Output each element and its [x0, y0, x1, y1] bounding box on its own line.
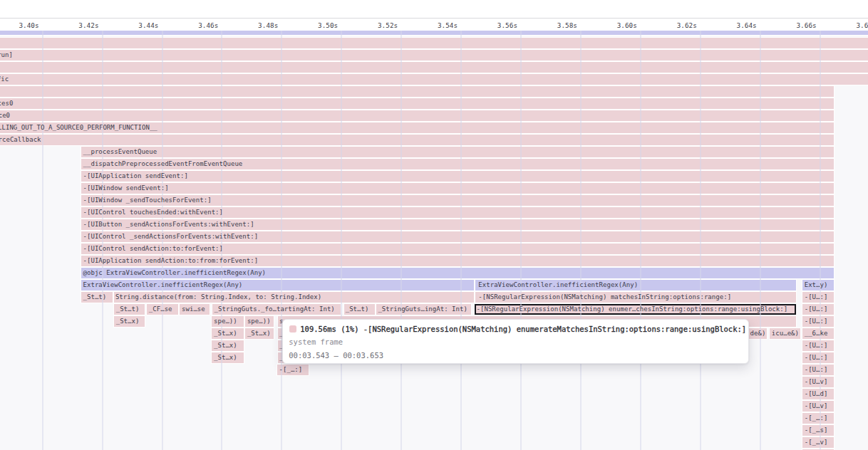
- tooltip-time-range: 00:03.543 — 00:03.653: [289, 351, 383, 360]
- flame-bar[interactable]: [0, 86, 834, 97]
- flame-row: _St…t)_CF…seswi…se_StringGuts._fo…tartin…: [0, 304, 868, 315]
- flame-bar-label: ces0: [0, 98, 13, 109]
- flame-row: -[U…v]: [0, 401, 868, 412]
- time-gridline: [281, 31, 282, 450]
- flame-row: ces0: [0, 98, 868, 109]
- flame-bar-label: __processEventQueue: [83, 147, 157, 157]
- flame-bar[interactable]: [0, 62, 868, 73]
- flame-row: _St…t)String.distance(from: String.Index…: [0, 292, 868, 303]
- ruler-tick-label: 3.44s: [138, 21, 158, 29]
- flame-bar-label: de&): [750, 328, 766, 339]
- flame-bar-label: -[U…v]: [805, 377, 828, 387]
- ruler-tick-label: 3.48s: [258, 21, 278, 29]
- flame-bar-label: _St…x): [214, 328, 237, 339]
- flame-row: -[_…:]-[U…:]: [0, 365, 868, 375]
- flame-bar-label: _St…t): [116, 304, 140, 315]
- flame-bar-label: swi…se: [182, 304, 205, 315]
- flame-bar-label: -[UIApplication sendEvent:]: [83, 171, 188, 182]
- flame-bar-label: -[U…:]: [805, 316, 828, 327]
- flame-bar-label: -[UIControl touchesEnded:withEvent:]: [83, 207, 224, 218]
- flame-bar-label: _St…x): [214, 340, 237, 351]
- flame-row: -[UIWindow _sendTouchesForEvent:]: [0, 195, 868, 206]
- flame-bar[interactable]: [0, 31, 868, 35]
- flame-bar-label: ExtraViewController.inefficientRegex(Any…: [478, 280, 638, 291]
- time-gridline: [580, 31, 582, 450]
- flame-bar-label: -[_…:]: [805, 413, 828, 424]
- flame-bar-label: spe…)): [247, 316, 271, 327]
- flame-bar-label: ce0: [0, 110, 10, 121]
- flame-row: ExtraViewController.inefficientRegex(Any…: [0, 280, 868, 291]
- flame-bar[interactable]: [0, 135, 834, 145]
- flame-bar[interactable]: [0, 38, 868, 48]
- flame-bar-label: @objc ExtraViewController.inefficientReg…: [83, 268, 267, 278]
- flame-row: [0, 86, 868, 97]
- flame-row: -[UIControl _sendActionsForEvents:withEv…: [0, 231, 868, 242]
- flame-bar[interactable]: [81, 147, 835, 157]
- flame-bar-label: -[UIApplication sendAction:to:from:forEv…: [83, 256, 259, 266]
- flame-row: rceCallback: [0, 135, 868, 145]
- flame-bar-label: spe…)): [214, 316, 237, 327]
- flame-bar-label: _St…x): [116, 316, 140, 327]
- flame-bar[interactable]: [0, 98, 834, 109]
- flame-bar[interactable]: [0, 50, 868, 61]
- flame-row: -[U…v]: [0, 377, 868, 387]
- tooltip-title: 109.56ms (1%) -[NSRegularExpression(NSMa…: [300, 325, 746, 333]
- flame-bar-label: -[_…:]: [279, 365, 303, 375]
- flame-bar[interactable]: [0, 110, 834, 121]
- ruler-tick-label: 3.58s: [557, 21, 577, 29]
- flame-chart-stage: run]ficces0ce0LLING_OUT_TO_A_SOURCE0_PER…: [0, 0, 868, 450]
- flame-row: -[_…s]: [0, 425, 868, 436]
- flame-bar-label: -[UIWindow _sendTouchesForEvent:]: [83, 195, 212, 206]
- flame-bar[interactable]: [0, 74, 868, 85]
- flame-row: [0, 31, 868, 35]
- ruler-tick-label: 3.46s: [198, 21, 218, 29]
- time-gridline: [341, 31, 342, 450]
- flame-row: run]: [0, 50, 868, 61]
- flame-bar[interactable]: [81, 171, 835, 182]
- ruler-tick-label: 3.60s: [617, 21, 637, 29]
- flame-bar-label: _St…x): [214, 352, 237, 363]
- time-gridline: [640, 31, 641, 450]
- flame-bar-label: -[UIControl sendAction:to:forEvent:]: [83, 244, 224, 254]
- flame-bar[interactable]: [81, 183, 835, 194]
- flame-row: ce0: [0, 110, 868, 121]
- ruler-tick-label: 3.68s: [856, 21, 868, 29]
- timeline-ruler[interactable]: 3.40s3.42s3.44s3.46s3.48s3.50s3.52s3.54s…: [0, 18, 868, 31]
- flame-bar-label: -[NSRegularExpression(NSMatching) matche…: [478, 292, 731, 303]
- flame-row: __processEventQueue: [0, 147, 868, 157]
- tooltip-color-swatch: [289, 325, 296, 333]
- flame-bar-label: -[U…d]: [805, 389, 828, 399]
- flame-bar-label: fic: [0, 74, 9, 85]
- flame-bar-label: -[_…v]: [805, 437, 828, 448]
- flame-bar-label: -[UIButton _sendActionsForEvents:withEve…: [83, 219, 254, 230]
- flame-bar-label: _St…t): [83, 292, 107, 303]
- flame-bar-label: icu…e&): [772, 328, 799, 339]
- flame-bar-label: String.distance(from: String.Index, to: …: [115, 292, 321, 303]
- flame-row: -[_…v]: [0, 437, 868, 448]
- flame-row: -[UIControl sendAction:to:forEvent:]: [0, 244, 868, 254]
- flame-bar-label: -[NSRegularExpression(NSMatching) enumer…: [477, 304, 788, 315]
- flame-bar-label: -[UIControl _sendActionsForEvents:withEv…: [83, 231, 259, 242]
- flame-bar-label: -[U…:]: [805, 340, 828, 351]
- ruler-tick-label: 3.52s: [378, 21, 398, 29]
- time-gridline: [520, 31, 522, 450]
- time-gridline: [700, 31, 701, 450]
- flame-bar-label: -[U…:]: [805, 304, 828, 315]
- flame-row: [0, 38, 868, 48]
- flame-bar-label: -[U…:]: [805, 292, 828, 303]
- ruler-tick-label: 3.50s: [318, 21, 338, 29]
- flame-row: LLING_OUT_TO_A_SOURCE0_PERFORM_FUNCTION_…: [0, 122, 868, 133]
- flame-row: -[UIWindow sendEvent:]: [0, 183, 868, 194]
- flame-bar-label: -[U…:]: [805, 352, 828, 363]
- ruler-tick-label: 3.64s: [737, 21, 757, 29]
- flame-row: __dispatchPreprocessedEventFromEventQueu…: [0, 159, 868, 169]
- time-gridline: [401, 31, 402, 450]
- flame-row: -[U…d]: [0, 389, 868, 399]
- flame-bar-label: _StringGuts._fo…tartingAt: Int): [215, 304, 335, 315]
- time-gridline: [460, 31, 462, 450]
- flame-bar-label: LLING_OUT_TO_A_SOURCE0_PERFORM_FUNCTION_…: [0, 122, 157, 133]
- flame-row: fic: [0, 74, 868, 85]
- flame-bar-label: _StringGuts…ingAt: Int): [378, 304, 467, 315]
- ruler-tick-label: 3.66s: [796, 21, 816, 29]
- flame-chart: run]ficces0ce0LLING_OUT_TO_A_SOURCE0_PER…: [0, 0, 868, 450]
